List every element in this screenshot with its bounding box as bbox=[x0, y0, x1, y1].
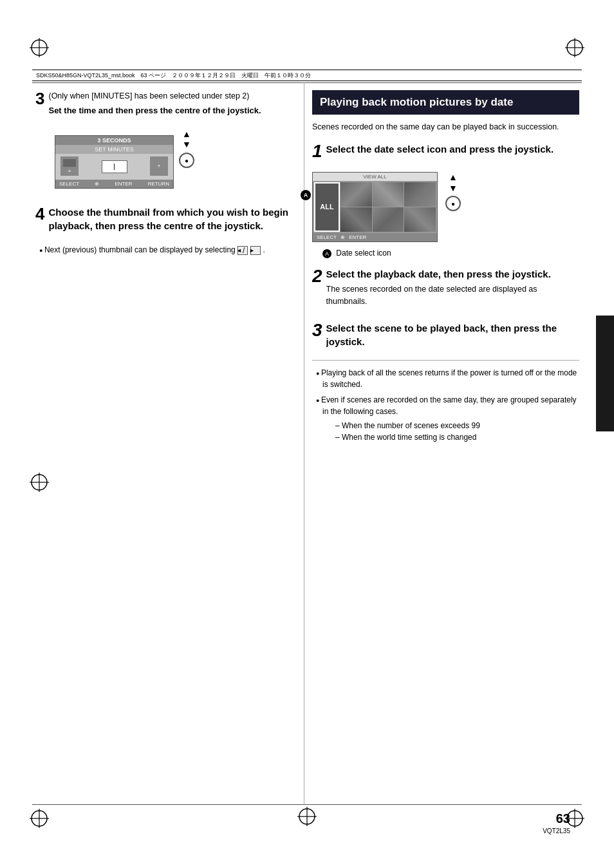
thumb-all-button: ALL bbox=[314, 182, 340, 232]
screen-top-bar: 3 SECONDS bbox=[55, 136, 173, 145]
section-title-box: Playing back motion pictures by date bbox=[312, 90, 579, 115]
content-border-top bbox=[32, 82, 582, 83]
thumb-cell-3 bbox=[404, 182, 436, 207]
thumb-select-label: SELECT bbox=[317, 234, 337, 240]
step-4-block: 4 Choose the thumbnail from which you wi… bbox=[35, 205, 293, 232]
screen-arrow-enter: ⊕ bbox=[95, 181, 99, 187]
r-step-3-content: Select the scene to be played back, then… bbox=[326, 321, 579, 348]
step-3-joystick: ▲ ▼ ● bbox=[179, 129, 194, 169]
screen-body: ▲ | ▼ bbox=[55, 154, 173, 180]
r-step-1-joystick: ▲ ▼ ● bbox=[445, 172, 461, 212]
thumb-bottom-bar: SELECT ⊕ ENTER bbox=[313, 233, 437, 241]
step-4-content: Choose the thumbnail from which you wish… bbox=[48, 205, 293, 232]
screen-select-label: SELECT bbox=[59, 181, 79, 187]
nav-arrows-inline: ◄ / ► bbox=[237, 245, 261, 256]
thumb-mockup-container: A VIEW ALL ALL bbox=[312, 172, 579, 242]
page-code: VQT2L35 bbox=[543, 827, 570, 835]
header-text: SDKS50&H85GN-VQT2L35_mst.book 63 ページ ２００… bbox=[36, 71, 311, 80]
reg-mark-top-right bbox=[563, 35, 587, 62]
step-4-bullet: Next (previous) thumbnail can be display… bbox=[35, 244, 293, 257]
thumb-view-all: VIEW ALL bbox=[313, 173, 437, 181]
reg-mark-bottom-center bbox=[295, 804, 319, 831]
section-intro: Scenes recorded on the same day can be p… bbox=[312, 121, 579, 133]
r-step-2-content: Select the playback date, then press the… bbox=[326, 267, 579, 310]
section-divider bbox=[312, 360, 579, 361]
screen-bottom-bar: SELECT ⊕ ENTER RETURN bbox=[55, 180, 173, 188]
right-arrow-box: ► bbox=[250, 246, 261, 255]
icon-a-circle: A bbox=[301, 190, 311, 200]
reg-mark-mid-left bbox=[27, 470, 51, 496]
thumb-cell-1 bbox=[340, 182, 372, 207]
r-step-3-block: 3 Select the scene to be played back, th… bbox=[312, 321, 579, 348]
thumb-cell-2 bbox=[373, 182, 404, 207]
thumb-cell-5 bbox=[373, 207, 404, 232]
thumb-with-label: A VIEW ALL ALL bbox=[312, 172, 438, 242]
j-down-arrow: ▼ bbox=[182, 139, 191, 150]
right-column: Playing back motion pictures by date Sce… bbox=[312, 90, 579, 443]
content-border-bottom bbox=[32, 804, 582, 805]
thumb-enter-icon: ⊕ bbox=[340, 234, 345, 240]
bullet-item-1: Playing back of all the scenes returns i… bbox=[312, 367, 579, 390]
r-step-1-block: 1 Select the date select icon and press … bbox=[312, 142, 579, 160]
thumb-screen: VIEW ALL ALL bbox=[312, 172, 438, 242]
r-step-2-block: 2 Select the playback date, then press t… bbox=[312, 267, 579, 310]
bullet-item-2: Even if scenes are recorded on the same … bbox=[312, 394, 579, 417]
icon-label-row: A Date select icon bbox=[312, 249, 579, 258]
thumb-cell-4 bbox=[340, 207, 372, 232]
step-4-bold: Choose the thumbnail from which you wish… bbox=[48, 205, 293, 232]
r-j-down: ▼ bbox=[449, 183, 458, 194]
icon-label-letter: A bbox=[322, 249, 331, 258]
r-step-2-bold: Select the playback date, then press the… bbox=[326, 267, 579, 281]
screen-return-label: RETURN bbox=[148, 181, 169, 187]
screen-enter-label: ENTER bbox=[115, 181, 132, 187]
step-3-block: 3 (Only when [MINUTES] has been selected… bbox=[35, 90, 293, 117]
r-step-3-number: 3 bbox=[312, 321, 322, 339]
side-tab bbox=[596, 316, 614, 431]
step-3-content: (Only when [MINUTES] has been selected u… bbox=[48, 90, 293, 117]
reg-mark-bottom-left bbox=[27, 806, 51, 833]
step-3-bold: Set the time and then press the centre o… bbox=[48, 105, 293, 117]
r-step-1-content: Select the date select icon and press th… bbox=[326, 142, 579, 156]
r-step-1-bold: Select the date select icon and press th… bbox=[326, 142, 579, 156]
dash-list: When the number of scenes exceeds 99 Whe… bbox=[325, 420, 579, 443]
step-4-number: 4 bbox=[35, 205, 44, 222]
screen-second-bar: SET MINUTES bbox=[55, 145, 173, 154]
page-number: 63 bbox=[556, 811, 570, 826]
header-bar: SDKS50&H85GN-VQT2L35_mst.book 63 ページ ２００… bbox=[32, 70, 582, 81]
thumb-cell-6 bbox=[404, 207, 436, 232]
section-title: Playing back motion pictures by date bbox=[320, 96, 513, 108]
screen-input-box: | bbox=[102, 160, 127, 173]
r-step-2-number: 2 bbox=[312, 267, 322, 285]
thumb-grid: ALL bbox=[313, 181, 437, 233]
j-click: ● bbox=[179, 153, 194, 168]
r-step-1-number: 1 bbox=[312, 142, 322, 160]
dash-item-2: When the world time setting is changed bbox=[325, 431, 579, 443]
r-j-click: ● bbox=[445, 196, 461, 211]
r-step-2-body: The scenes recorded on the date selected… bbox=[326, 283, 579, 308]
dash-item-1: When the number of scenes exceeds 99 bbox=[325, 420, 579, 431]
thumb-enter-label: ENTER bbox=[349, 234, 366, 240]
reg-mark-top-left bbox=[27, 35, 51, 62]
left-column: 3 (Only when [MINUTES] has been selected… bbox=[35, 90, 293, 256]
step-3-number: 3 bbox=[35, 90, 44, 107]
r-step-3-bold: Select the scene to be played back, then… bbox=[326, 321, 579, 348]
step-3-intro: (Only when [MINUTES] has been selected u… bbox=[48, 90, 293, 102]
icon-label-text: Date select icon bbox=[336, 249, 391, 258]
step-3-screen-row: 3 SECONDS SET MINUTES ▲ | ▼ SELECT ⊕ ENT… bbox=[35, 129, 293, 195]
j-up-arrow: ▲ bbox=[182, 129, 191, 140]
bullet-list: Playing back of all the scenes returns i… bbox=[312, 367, 579, 417]
step-3-screen: 3 SECONDS SET MINUTES ▲ | ▼ SELECT ⊕ ENT… bbox=[55, 135, 174, 189]
r-j-up: ▲ bbox=[449, 172, 458, 183]
